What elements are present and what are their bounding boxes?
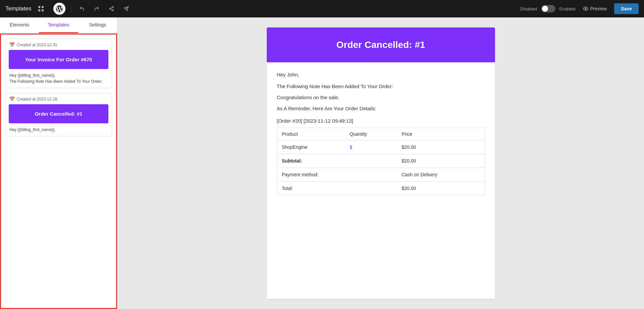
sidebar-tabs: Elements Templates Settings: [0, 17, 117, 34]
table-row-product: ShopEngine 1 $20.00: [277, 140, 485, 154]
calendar-icon-2: 📅: [9, 97, 15, 102]
tab-elements[interactable]: Elements: [0, 17, 39, 33]
template-card-invoice[interactable]: 📅 Created at 2023-12-31 Your Invoice For…: [5, 39, 112, 88]
col-header-quantity: Quantity: [345, 128, 397, 140]
cell-total-label: Total:: [277, 182, 397, 195]
template-date-2: Created at 2023-12-28: [17, 97, 57, 102]
tab-settings[interactable]: Settings: [78, 17, 117, 33]
svg-rect-2: [38, 9, 40, 11]
main-content: Elements Templates Settings 📅 Created at…: [0, 17, 644, 309]
template-date-1: Created at 2023-12-31: [17, 43, 57, 47]
order-table: Product Quantity Price ShopEngine 1 $20.…: [277, 128, 485, 195]
wp-logo-button[interactable]: [53, 3, 65, 15]
grid-icon[interactable]: [38, 6, 44, 12]
disabled-label: Disabled: [520, 6, 537, 11]
toolbar-separator: [71, 5, 71, 13]
email-note: The Following Note Has Been Added To You…: [277, 83, 485, 89]
col-header-product: Product: [277, 128, 345, 140]
cell-subtotal-label: Subtotal:: [277, 154, 397, 168]
save-button[interactable]: Save: [614, 3, 639, 14]
email-reminder: As A Reminder, Here Are Your Order Detai…: [277, 106, 485, 111]
enabled-label: Enabled: [559, 6, 576, 11]
sidebar: Elements Templates Settings 📅 Created at…: [0, 17, 117, 309]
template-body-2: Hey {{billing_first_name}},: [5, 123, 112, 136]
preview-area: Order Cancelled: #1 Hey John, The Follow…: [117, 17, 644, 309]
table-row-payment: Payment method: Cash on Delivery: [277, 168, 485, 182]
toolbar-right: Disabled Enabled Preview Save: [520, 3, 639, 14]
share-button[interactable]: [121, 3, 132, 14]
toggle-knob: [542, 6, 548, 12]
template-card-meta-2: 📅 Created at 2023-12-28: [5, 93, 112, 104]
table-row-subtotal: Subtotal: $20.00: [277, 154, 485, 168]
svg-rect-3: [42, 9, 44, 11]
template-card-cancelled[interactable]: 📅 Created at 2023-12-28 Order Cancelled:…: [5, 93, 112, 136]
tab-templates[interactable]: Templates: [39, 17, 78, 33]
enable-toggle[interactable]: [541, 5, 555, 12]
email-congratulations: Congratulations on the sale.: [277, 95, 485, 100]
app-title: Templates: [5, 5, 31, 12]
calendar-icon-1: 📅: [9, 42, 15, 47]
cell-total-value: $20.00: [397, 182, 485, 195]
email-header-title: Order Cancelled: #1: [275, 40, 487, 50]
email-greeting: Hey John,: [277, 72, 485, 77]
templates-list: 📅 Created at 2023-12-31 Your Invoice For…: [0, 34, 117, 309]
email-preview: Order Cancelled: #1 Hey John, The Follow…: [267, 27, 495, 299]
email-body: Hey John, The Following Note Has Been Ad…: [267, 62, 495, 205]
table-row-total: Total: $20.00: [277, 182, 485, 195]
cell-payment-value: Cash on Delivery: [397, 168, 485, 182]
preview-button[interactable]: Preview: [580, 4, 610, 13]
svg-point-11: [585, 8, 586, 9]
svg-line-8: [111, 7, 112, 8]
toolbar: Templates: [0, 0, 644, 17]
svg-rect-0: [38, 6, 40, 8]
qty-value: 1: [350, 144, 352, 150]
template-card-meta-1: 📅 Created at 2023-12-31: [5, 39, 112, 50]
cell-product-name: ShopEngine: [277, 140, 345, 154]
svg-line-7: [111, 9, 112, 10]
template-body-1: Hey {{billing_first_name}}, The Followin…: [5, 69, 112, 88]
preview-label: Preview: [590, 6, 607, 11]
template-body-line1-2: Hey {{billing_first_name}},: [9, 127, 108, 133]
col-header-price: Price: [397, 128, 485, 140]
redo-button[interactable]: [91, 3, 102, 14]
cell-payment-label: Payment method:: [277, 168, 397, 182]
template-banner-2: Order Cancelled: #1: [9, 104, 108, 123]
svg-rect-1: [42, 6, 44, 8]
cell-price: $20.00: [397, 140, 485, 154]
cell-quantity: 1: [345, 140, 397, 154]
template-body-line1-1: Hey {{billing_first_name}},: [9, 72, 108, 78]
email-order-ref: [Order #20] [2023-11-12 09:49:13]: [277, 118, 485, 124]
cell-subtotal-value: $20.00: [397, 154, 485, 168]
connect-button[interactable]: [106, 3, 117, 14]
undo-button[interactable]: [77, 3, 87, 14]
template-banner-1: Your Invoice For Order #670: [9, 50, 108, 69]
email-header: Order Cancelled: #1: [267, 27, 495, 62]
template-body-line2-1: The Following Note Has Been Added To You…: [9, 78, 108, 84]
